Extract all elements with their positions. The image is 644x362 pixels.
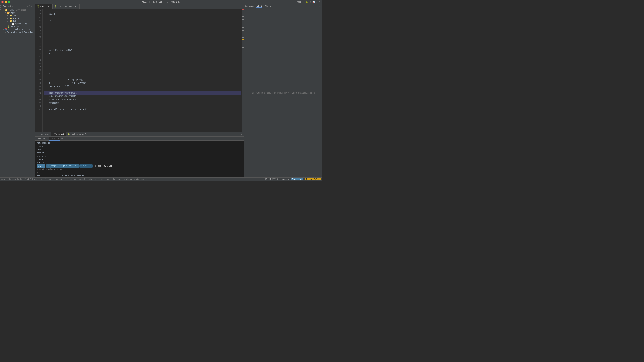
settings-panel-icon[interactable]: ⚙ [31, 5, 32, 7]
local-tab-label: Local [50, 137, 56, 140]
menu-icon[interactable]: ≡ [319, 1, 320, 3]
terminal-icon: ▶ [52, 133, 54, 135]
tree-external-label: External Libraries [8, 28, 30, 31]
run-button[interactable]: ▶ [303, 1, 304, 3]
prompt-env-1: (py37) [37, 164, 46, 168]
tree-item-include[interactable]: ▶ 📁 include [2, 17, 35, 20]
tab-font-close[interactable]: ✕ [76, 6, 78, 8]
tree-item-venv[interactable]: ▼ 📂 venv [2, 12, 35, 14]
tree-hello-label: hello [8, 9, 14, 11]
tab-mainpy-icon: 🐍 [37, 5, 40, 8]
code-content[interactable]: - 始值=0 =0 ÷, E(1), Var(1)均为0 ÷ ÷ ÷ ÷ # S… [42, 9, 242, 132]
coverage-button[interactable]: ⚙ [310, 1, 311, 3]
editor-gutter [242, 9, 244, 132]
tab-font-label: font_manager.py [58, 6, 76, 8]
sciview-settings-icon[interactable]: ⚙ [319, 5, 320, 7]
bottom-tab-terminal[interactable]: ▶ Terminal [51, 132, 66, 136]
conda-hash-text: # [37, 171, 38, 174]
sciview-tab-data[interactable]: Data [256, 5, 262, 8]
terminal-line-repo: repo [37, 148, 242, 151]
sync-icon[interactable]: ⊞ [27, 5, 28, 7]
bottom-tab-todo[interactable]: ☰ 6: TODO [37, 132, 50, 136]
bottom-tab-bar: ☰ 6: TODO ▶ Terminal 🐍 Python Console ⚙ [35, 132, 244, 137]
tab-bar: 🐍 main.py ✕ 🐍 font_manager.py ✕ [35, 4, 244, 9]
tree-item-hello[interactable]: ▼ 📁 hello ~/py/hello [2, 9, 35, 12]
terminal-text-repo: repo [37, 148, 42, 151]
window-controls[interactable] [2, 1, 10, 3]
sciview-header: SciView: Data Plots ⚙ [244, 4, 322, 9]
window-title: hello [~/py/hello] - .../main.py [142, 1, 180, 3]
stripe-icon-2 [0, 7, 1, 8]
python-console-label: Python Console [71, 133, 88, 135]
tree-item-mainpy[interactable]: 🐍 main.py [2, 25, 35, 28]
maximize-button[interactable] [8, 1, 10, 3]
settings-icon[interactable]: ⚡ [316, 1, 318, 3]
sciview-tab-plots[interactable]: Plots [264, 5, 272, 8]
tree-include-label: include [13, 17, 21, 20]
project-panel-header: Project ▼ ⊞ ≡ ⚙ – [2, 4, 35, 9]
minimize-button[interactable] [5, 1, 7, 3]
tab-mainpy-close[interactable]: ✕ [50, 6, 50, 8]
conda-base-name: base [37, 174, 58, 177]
terminal-label: Terminal [54, 133, 64, 135]
terminal-line-metapackage: metapackage [37, 141, 242, 145]
tree-item-external[interactable]: ▶ 📚 External Libraries [2, 28, 35, 31]
sciview-label: SciView: [245, 5, 255, 7]
status-time: 11:47 [262, 178, 267, 180]
hide-panel-icon[interactable]: – [32, 5, 34, 7]
prompt-user-1: zyj@yujingzhengdeMacBook-Pro [46, 164, 79, 168]
tab-mainpy[interactable]: 🐍 main.py ✕ [35, 4, 52, 9]
code-editor: 6667686970717273747576777879808182838485… [35, 9, 244, 132]
bottom-settings-icon[interactable]: ⚙ [241, 133, 242, 136]
project-panel-title: Project ▼ [3, 5, 13, 7]
content-area: Project ▼ ⊞ ≡ ⚙ – ▼ 📁 hello ~/py/hello [0, 4, 322, 177]
local-tab-close[interactable]: ✕ [58, 137, 59, 140]
terminal-text-skeleton: skeleton [37, 155, 46, 158]
line-numbers: 6667686970717273747576777879808182838485… [35, 9, 42, 132]
bottom-area: ☰ 6: TODO ▶ Terminal 🐍 Python Console ⚙ [35, 132, 244, 177]
conda-hash-line: # [37, 171, 242, 174]
sciview-data-label: Data [257, 5, 262, 7]
file-tree: ▼ 📁 hello ~/py/hello ▼ 📂 venv ▶ 📁 [2, 9, 35, 177]
terminal-line-token: token [37, 158, 242, 161]
add-terminal-button[interactable]: + [60, 137, 63, 140]
run-config-label: main [297, 1, 301, 3]
terminal-content[interactable]: metapackage render repo server skeleton [35, 141, 244, 177]
prompt-arrow-1: › [93, 164, 94, 168]
bottom-tab-python-console[interactable]: 🐍 Python Console [66, 132, 89, 136]
title-bar-right: main ▶ 🐛 ⚙ 📊 ⚡ ≡ [297, 1, 320, 3]
terminal-prompt-1: (py37) zyj@yujingzhengdeMacBook-Pro ~/py… [37, 164, 242, 168]
status-spaces: 4 spaces [280, 178, 289, 180]
status-bar-right: 11:47 LF UTF-8 4 spaces Event Log Python… [262, 178, 320, 180]
python-version-badge[interactable]: Python 3.7.0 [305, 178, 320, 180]
collapse-icon[interactable]: ≡ [29, 5, 30, 7]
terminal-text-metapackage: metapackage [37, 141, 50, 145]
tree-item-pyvenv[interactable]: 📄 pyvenv.cfg [2, 23, 35, 25]
gutter-mark-error [242, 9, 244, 10]
conda-header-line: # conda environments: [37, 168, 242, 171]
stripe-icon-3 [0, 9, 1, 10]
editor-area: 🐍 main.py ✕ 🐍 font_manager.py ✕ 66676869… [35, 4, 244, 177]
tab-font-manager[interactable]: 🐍 font_manager.py ✕ [52, 4, 80, 9]
terminal-text-token: token [37, 158, 43, 161]
prompt-path-1: ~/py/hello [80, 164, 92, 168]
tree-item-lib[interactable]: ▶ 📁 lib [2, 20, 35, 23]
chevron-down-icon: ▼ [12, 5, 13, 7]
close-button[interactable] [2, 1, 4, 3]
debug-button[interactable]: 🐛 [306, 1, 308, 3]
tree-pyvenv-label: pyvenv.cfg [15, 23, 27, 25]
terminal-text-verify: verify [37, 161, 44, 164]
terminal-command-1: conda env list [95, 164, 112, 168]
event-log-button[interactable]: Event Log [291, 178, 303, 180]
terminal-line-skeleton: skeleton [37, 155, 242, 158]
terminal-text-server: server [37, 151, 44, 155]
terminal-text-render: render [37, 145, 44, 148]
python-console-icon: 🐍 [68, 133, 70, 135]
tree-item-scratches[interactable]: ✏ Scratches and Consoles [2, 31, 35, 34]
sciview-message: Run Python Console or Debugger to view a… [251, 92, 315, 94]
status-message[interactable]: Shortcuts conflicts: Find Action... and … [2, 178, 148, 180]
tree-item-bin[interactable]: ▶ 📁 bin [2, 14, 35, 17]
profile-button[interactable]: 📊 [312, 1, 315, 3]
terminal-local-tab[interactable]: Local ✕ [49, 137, 60, 141]
terminal-line-render: render [37, 145, 242, 148]
